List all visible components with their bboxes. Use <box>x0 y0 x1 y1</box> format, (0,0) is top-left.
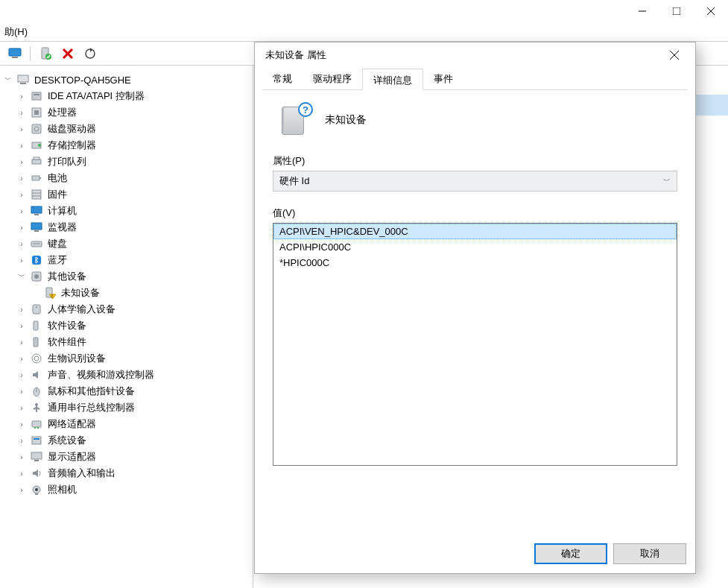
tree-node[interactable]: ›照相机 <box>3 481 250 498</box>
tree-node-other-devices[interactable]: ﹀ 其他设备 <box>3 268 250 285</box>
other-devices-icon <box>30 270 43 283</box>
tree-node[interactable]: ›磁盘驱动器 <box>3 121 250 137</box>
tree-node[interactable]: ›监视器 <box>3 219 250 235</box>
expander-icon[interactable]: › <box>16 370 27 380</box>
listbox-item[interactable]: *HPIC000C <box>273 255 677 271</box>
device-tree[interactable]: ﹀ DESKTOP-QAH5GHE ›IDE ATA/ATAPI 控制器›处理器… <box>3 72 250 498</box>
svg-point-46 <box>34 356 39 361</box>
dialog-buttons: 确定 取消 <box>534 543 686 564</box>
expander-icon[interactable]: ﹀ <box>3 75 13 85</box>
listbox-item[interactable]: ACPI\VEN_HPIC&DEV_000C <box>273 224 677 239</box>
tree-node[interactable]: ›通用串行总线控制器 <box>3 399 250 416</box>
tree-node-label: IDE ATA/ATAPI 控制器 <box>46 89 146 104</box>
expander-icon[interactable]: › <box>16 189 27 200</box>
dialog-tabs: 常规 驱动程序 详细信息 事件 <box>262 68 688 90</box>
value-listbox[interactable]: ACPI\VEN_HPIC&DEV_000CACPI\HPIC000C*HPIC… <box>273 223 677 466</box>
toolbar-scan-icon[interactable] <box>38 46 53 61</box>
tree-node[interactable]: ›电池 <box>3 170 250 186</box>
menubar: 助(H) <box>0 22 728 42</box>
close-button[interactable] <box>694 0 728 22</box>
tree-node[interactable]: ›显示适配器 <box>3 449 250 465</box>
ok-button[interactable]: 确定 <box>534 543 607 564</box>
svg-rect-23 <box>34 157 39 159</box>
toolbar-monitor-icon[interactable] <box>7 46 22 61</box>
expander-icon[interactable]: › <box>16 222 27 233</box>
expander-icon[interactable]: ﹀ <box>16 271 27 282</box>
expander-icon[interactable]: › <box>16 484 27 495</box>
expander-icon[interactable]: › <box>16 206 27 216</box>
tree-node[interactable]: ›处理器 <box>3 104 250 121</box>
tree-node[interactable]: ›蓝牙 <box>3 252 250 268</box>
expander-icon[interactable]: › <box>16 402 27 413</box>
tree-node[interactable]: ›网络适配器 <box>3 416 250 432</box>
expander-icon[interactable]: › <box>16 386 27 396</box>
tree-node[interactable]: ›声音、视频和游戏控制器 <box>3 367 250 383</box>
printer-icon <box>30 155 43 168</box>
tree-node-label: 计算机 <box>46 203 78 218</box>
svg-rect-54 <box>32 421 41 427</box>
expander-icon[interactable]: › <box>16 157 27 167</box>
tree-node-unknown-device[interactable]: ! 未知设备 <box>3 285 250 301</box>
tree-node-label: 显示适配器 <box>46 449 98 464</box>
tree-node[interactable]: ›鼠标和其他指针设备 <box>3 383 250 399</box>
svg-rect-60 <box>34 460 39 461</box>
tree-node[interactable]: ›软件设备 <box>3 317 250 334</box>
tree-node[interactable]: ›软件组件 <box>3 334 250 350</box>
tab-details[interactable]: 详细信息 <box>362 69 423 90</box>
tree-node[interactable]: ›音频输入和输出 <box>3 465 250 481</box>
maximize-button[interactable] <box>659 0 694 22</box>
tree-node[interactable]: ›键盘 <box>3 235 250 252</box>
listbox-item[interactable]: ACPI\HPIC000C <box>273 239 677 255</box>
tree-node-label: 鼠标和其他指针设备 <box>46 384 136 399</box>
expander-icon[interactable]: › <box>16 255 27 265</box>
property-selected-value: 硬件 Id <box>279 174 309 188</box>
property-combobox[interactable]: 硬件 Id ﹀ <box>273 171 677 192</box>
svg-point-45 <box>32 354 41 363</box>
expander-icon[interactable]: › <box>16 419 27 429</box>
expander-icon[interactable]: › <box>16 468 27 478</box>
toolbar-refresh-icon[interactable] <box>83 46 98 61</box>
battery-icon <box>30 171 43 185</box>
expander-icon[interactable]: › <box>16 320 27 331</box>
tab-general[interactable]: 常规 <box>262 68 303 89</box>
properties-dialog: 未知设备 属性 常规 驱动程序 详细信息 事件 ? 未知设备 属性(P) 硬件 … <box>254 42 696 574</box>
keyboard-icon <box>30 237 43 250</box>
expander-icon[interactable]: › <box>16 173 27 183</box>
expander-icon[interactable]: › <box>16 124 27 134</box>
expander-icon[interactable]: › <box>16 140 27 151</box>
tree-node[interactable]: ›系统设备 <box>3 432 250 449</box>
dialog-close-button[interactable] <box>659 44 689 66</box>
expander-icon[interactable]: › <box>16 238 27 249</box>
tree-node[interactable]: ›打印队列 <box>3 154 250 170</box>
tree-root-row[interactable]: ﹀ DESKTOP-QAH5GHE <box>3 72 250 88</box>
expander-icon[interactable]: › <box>16 107 27 118</box>
storage-icon <box>30 139 43 152</box>
tree-node[interactable]: ›人体学输入设备 <box>3 301 250 317</box>
minimize-button[interactable] <box>625 0 659 22</box>
expander-icon[interactable]: › <box>16 452 27 462</box>
menu-help[interactable]: 助(H) <box>4 26 28 37</box>
tab-events[interactable]: 事件 <box>423 68 463 89</box>
tree-node[interactable]: ›固件 <box>3 186 250 203</box>
tree-node-label: 处理器 <box>46 105 78 120</box>
tree-node-label: 系统设备 <box>46 433 88 448</box>
tree-node[interactable]: ›存储控制器 <box>3 137 250 154</box>
tree-node[interactable]: ›IDE ATA/ATAPI 控制器 <box>3 88 250 104</box>
usb-icon <box>30 401 43 414</box>
expander-icon[interactable]: › <box>16 304 27 314</box>
tree-node[interactable]: ›生物识别设备 <box>3 350 250 367</box>
expander-icon[interactable]: › <box>16 91 27 101</box>
network-icon <box>30 417 43 431</box>
dialog-titlebar[interactable]: 未知设备 属性 <box>255 42 695 68</box>
tree-node-label: 电池 <box>46 171 69 186</box>
toolbar-delete-icon[interactable] <box>60 46 75 61</box>
expander-icon[interactable]: › <box>16 337 27 347</box>
tree-node-label: 软件组件 <box>46 335 88 350</box>
svg-rect-29 <box>31 206 42 213</box>
tree-node-label: 音频输入和输出 <box>46 466 117 481</box>
expander-icon[interactable]: › <box>16 353 27 364</box>
tab-driver[interactable]: 驱动程序 <box>303 68 362 89</box>
tree-node[interactable]: ›计算机 <box>3 203 250 219</box>
cancel-button[interactable]: 取消 <box>613 543 686 564</box>
expander-icon[interactable]: › <box>16 435 27 446</box>
